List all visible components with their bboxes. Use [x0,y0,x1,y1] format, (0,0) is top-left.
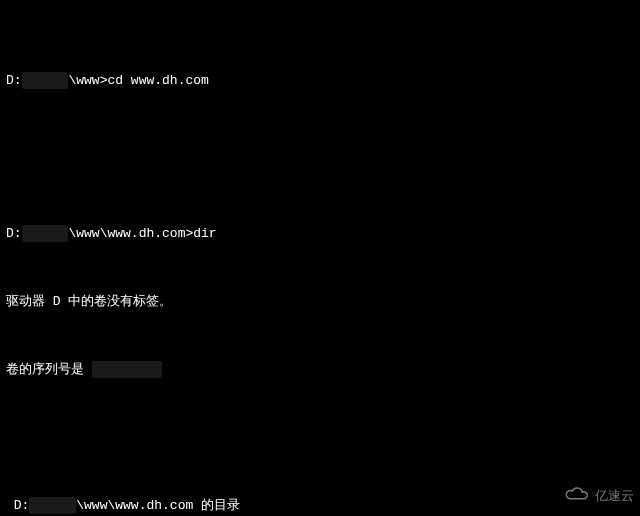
redacted-path: xxxxxx [22,225,69,242]
redacted-path: xxxxxx [29,497,76,514]
redacted-path: xxxxxx [22,72,69,89]
serial-line: 卷的序列号是 xxxx-xxxx [6,361,634,378]
path-segment: \www> [68,73,107,88]
drive-letter: D: [6,226,22,241]
drive-letter: D: [14,498,30,513]
watermark: 亿速云 [563,485,634,506]
drive-letter: D: [6,73,22,88]
path-segment: \www\www.dh.com> [68,226,193,241]
path-text: \www\www.dh.com [76,498,193,513]
blank-line [6,140,634,157]
redacted-serial: xxxx-xxxx [92,361,162,378]
command-text: dir [193,226,216,241]
cloud-icon [563,485,591,506]
blank-line [6,429,634,446]
volume-line: 驱动器 D 中的卷没有标签。 [6,293,634,310]
prompt-line-2: D:xxxxxx\www\www.dh.com>dir [6,208,634,242]
command-text: cd www.dh.com [107,73,208,88]
terminal-output[interactable]: D:xxxxxx\www>cd www.dh.com D:xxxxxx\www\… [0,0,640,516]
prompt-line-1: D:xxxxxx\www>cd www.dh.com [6,55,634,89]
watermark-text: 亿速云 [595,487,634,505]
dir-header: D:xxxxxx\www\www.dh.com 的目录 [6,497,634,514]
